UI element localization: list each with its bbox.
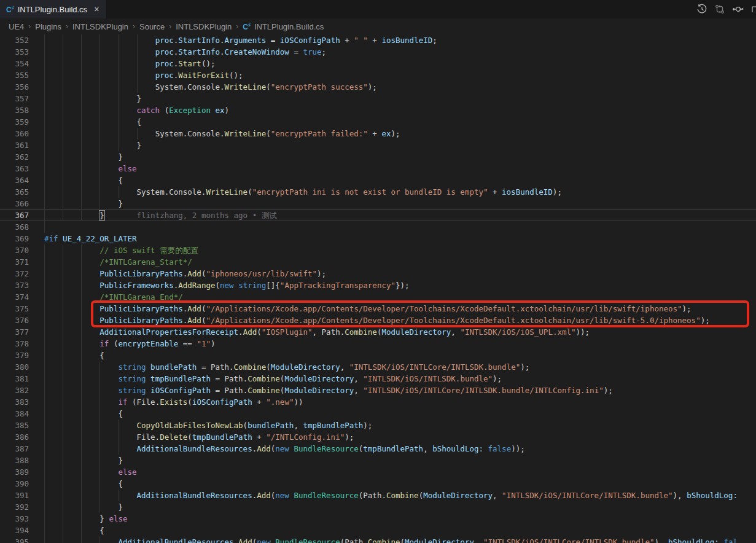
- code-line[interactable]: 370 // iOS swift 需要的配置: [0, 244, 756, 256]
- code-line[interactable]: 375 PublicLibraryPaths.Add("/Application…: [0, 303, 756, 314]
- line-number: 389: [0, 466, 29, 478]
- code-line[interactable]: 368: [0, 221, 756, 233]
- code-line-text: #if UE_4_22_OR_LATER: [44, 233, 137, 244]
- indent-guide: [44, 221, 45, 233]
- code-line[interactable]: 383 if (File.Exists(iOSConfigPath + ".ne…: [0, 396, 756, 408]
- line-number: 358: [0, 104, 29, 116]
- line-number: 380: [0, 361, 29, 373]
- tab-intlplugin-build-cs[interactable]: C♯ INTLPlugin.Build.cs ×: [0, 0, 106, 18]
- history-icon[interactable]: [696, 4, 707, 15]
- chevron-right-icon: ›: [133, 22, 135, 31]
- code-line[interactable]: 389 else: [0, 466, 756, 478]
- code-line[interactable]: 394 {: [0, 525, 756, 536]
- code-line[interactable]: 379 {: [0, 350, 756, 361]
- code-line[interactable]: 364 {: [0, 174, 756, 186]
- code-line[interactable]: 373 PublicFrameworks.AddRange(new string…: [0, 279, 756, 291]
- code-line-text: else: [44, 163, 137, 174]
- chevron-right-icon: ›: [169, 22, 171, 31]
- line-number: 370: [0, 244, 29, 256]
- code-line-text: AdditionalBundleResources.Add(new Bundle…: [44, 536, 738, 543]
- code-line[interactable]: 369#if UE_4_22_OR_LATER: [0, 233, 756, 244]
- line-number: 367: [0, 209, 29, 221]
- code-line[interactable]: 352 proc.StartInfo.Arguments = iOSConfig…: [0, 34, 756, 46]
- breadcrumb-plugins[interactable]: Plugins: [35, 22, 61, 31]
- line-number: 379: [0, 350, 29, 361]
- code-line[interactable]: 388 }: [0, 455, 756, 466]
- code-line[interactable]: 356 System.Console.WriteLine("encryptPat…: [0, 81, 756, 93]
- code-line[interactable]: 371 /*INTLGarena_Start*/: [0, 256, 756, 268]
- breadcrumb-file[interactable]: C♯ INTLPlugin.Build.cs: [243, 22, 324, 31]
- code-line-text: /*INTLGarena_End*/: [44, 291, 183, 303]
- line-number: 391: [0, 490, 29, 501]
- code-line-text: PublicFrameworks.AddRange(new string[]{"…: [44, 279, 410, 291]
- line-number: 368: [0, 221, 29, 233]
- code-line[interactable]: 361 }: [0, 139, 756, 151]
- line-number: 366: [0, 198, 29, 209]
- line-number: 377: [0, 326, 29, 338]
- clipped-icon[interactable]: [751, 4, 756, 15]
- code-line[interactable]: 380 string bundlePath = Path.Combine(Mod…: [0, 361, 756, 373]
- code-line[interactable]: 359 {: [0, 116, 756, 128]
- code-line[interactable]: 392 }: [0, 501, 756, 513]
- code-line-text: proc.StartInfo.CreateNoWindow = true;: [44, 46, 326, 58]
- line-number: 369: [0, 233, 29, 244]
- code-line[interactable]: 365 System.Console.WriteLine("encryptPat…: [0, 186, 756, 198]
- csharp-file-icon: C♯: [6, 5, 14, 14]
- code-line[interactable]: 377 AdditionalPropertiesForReceipt.Add("…: [0, 326, 756, 338]
- code-line[interactable]: 354 proc.Start();: [0, 58, 756, 69]
- code-line-text: if (File.Exists(iOSConfigPath + ".new")): [44, 396, 303, 408]
- code-line[interactable]: 367 } flintzhang, 2 months ago • 测试: [0, 209, 756, 221]
- close-icon[interactable]: ×: [93, 4, 100, 14]
- line-number: 360: [0, 128, 29, 139]
- code-line[interactable]: 366 }: [0, 198, 756, 209]
- code-line[interactable]: 358 catch (Exception ex): [0, 104, 756, 116]
- line-number: 381: [0, 373, 29, 385]
- line-number: 352: [0, 34, 29, 46]
- line-number: 361: [0, 139, 29, 151]
- code-editor[interactable]: 352 proc.StartInfo.Arguments = iOSConfig…: [0, 34, 756, 543]
- code-line-text: // iOS swift 需要的配置: [44, 244, 198, 256]
- code-line[interactable]: 385 CopyOldLabFilesToNewLab(bundlePath, …: [0, 420, 756, 431]
- line-number: 357: [0, 93, 29, 104]
- breadcrumb-source[interactable]: Source: [139, 22, 165, 31]
- line-number: 390: [0, 478, 29, 490]
- line-number: 393: [0, 513, 29, 525]
- breadcrumb-intlsdkplugin[interactable]: INTLSDKPlugin: [72, 22, 128, 31]
- code-line[interactable]: 372 PublicLibraryPaths.Add("iphoneos/usr…: [0, 268, 756, 279]
- code-line[interactable]: 362 }: [0, 151, 756, 163]
- code-line[interactable]: 353 proc.StartInfo.CreateNoWindow = true…: [0, 46, 756, 58]
- code-line[interactable]: 360 System.Console.WriteLine("encryptPat…: [0, 128, 756, 139]
- code-line[interactable]: 378 if (encryptEnable == "1"): [0, 338, 756, 350]
- code-line[interactable]: 381 string tmpBundlePath = Path.Combine(…: [0, 373, 756, 385]
- code-line-text: string iOSConfigPath = Path.Combine(Modu…: [44, 385, 613, 396]
- open-changes-icon[interactable]: [732, 4, 744, 15]
- tab-label: INTLPlugin.Build.cs: [18, 5, 87, 14]
- code-line[interactable]: 390 {: [0, 478, 756, 490]
- breadcrumb-ue4[interactable]: UE4: [9, 22, 24, 31]
- code-line[interactable]: 387 AdditionalBundleResources.Add(new Bu…: [0, 443, 756, 455]
- code-line[interactable]: 374 /*INTLGarena_End*/: [0, 291, 756, 303]
- code-line[interactable]: 391 AdditionalBundleResources.Add(new Bu…: [0, 490, 756, 501]
- code-line-text: System.Console.WriteLine("encryptPath fa…: [44, 128, 400, 139]
- code-line-text: /*INTLGarena_Start*/: [44, 256, 192, 268]
- code-line[interactable]: 384 {: [0, 408, 756, 420]
- code-line-text: proc.WaitForExit();: [44, 69, 243, 81]
- line-number: 355: [0, 69, 29, 81]
- line-number: 395: [0, 536, 29, 543]
- code-line-text: PublicLibraryPaths.Add("iphoneos/usr/lib…: [44, 268, 326, 279]
- code-line-text: System.Console.WriteLine("encryptPath su…: [44, 81, 377, 93]
- line-number: 374: [0, 291, 29, 303]
- code-line[interactable]: 363 else: [0, 163, 756, 174]
- code-line[interactable]: 382 string iOSConfigPath = Path.Combine(…: [0, 385, 756, 396]
- compare-changes-icon[interactable]: [714, 4, 725, 15]
- breadcrumb-intlsdkplugin-2[interactable]: INTLSDKPlugin: [176, 22, 232, 31]
- code-line[interactable]: 393 } else: [0, 513, 756, 525]
- code-line[interactable]: 355 proc.WaitForExit();: [0, 69, 756, 81]
- code-line[interactable]: 395 AdditionalBundleResources.Add(new Bu…: [0, 536, 756, 543]
- code-line-text: }: [44, 139, 141, 151]
- line-number: 363: [0, 163, 29, 174]
- code-line[interactable]: 357 }: [0, 93, 756, 104]
- code-line[interactable]: 386 File.Delete(tmpBundlePath + "/INTLCo…: [0, 431, 756, 443]
- code-line[interactable]: 376 PublicLibraryPaths.Add("/Application…: [0, 314, 756, 326]
- tab-bar: C♯ INTLPlugin.Build.cs ×: [0, 0, 756, 18]
